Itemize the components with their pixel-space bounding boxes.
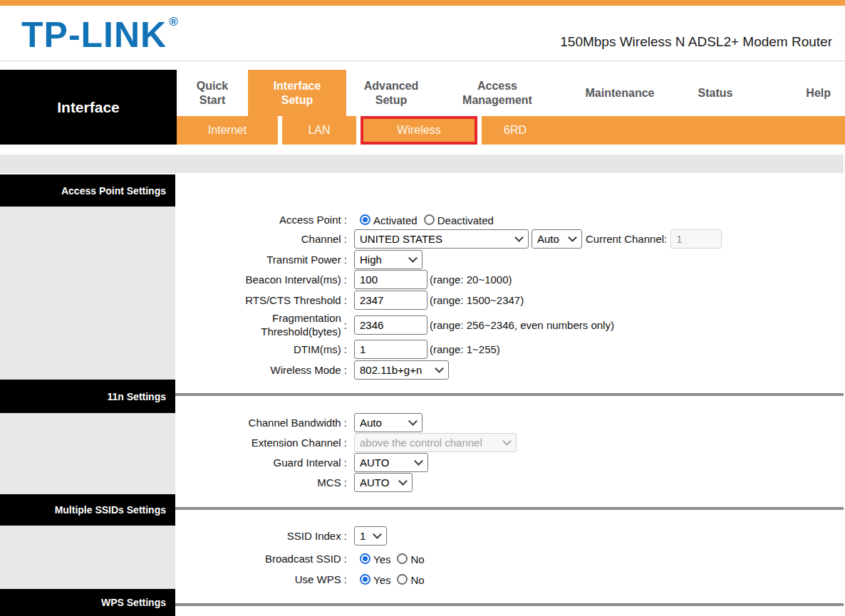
row-fragmentation-threshold: Fragmentation Threshold(bytes) : (range:… [178,309,614,340]
sidebar-panel [0,413,175,494]
radio-label: Yes [373,574,390,586]
subtab-6rd[interactable]: 6RD [482,116,549,145]
field-label: SSID Index : [178,530,347,542]
field-label: Broadcast SSID : [178,553,347,565]
dtim-input[interactable] [354,340,427,359]
section-header-11n-settings: 11n Settings [0,380,175,413]
wireless-mode-select[interactable]: 802.11b+g+n [354,360,449,380]
field-label: Fragmentation Threshold(bytes) : [178,311,347,338]
field-label: Wireless Mode : [178,364,347,376]
field-label: Extension Channel : [178,437,347,449]
chevron-down-icon [408,254,418,263]
row-channel: Channel : UNITED STATES Auto Current Cha… [178,229,722,249]
row-rts-cts-threshold: RTS/CTS Threshold : (range: 1500~2347) [178,290,524,310]
chevron-down-icon [373,530,382,539]
range-hint: (range: 1500~2347) [430,294,524,306]
tplink-logo: TP-LINK® [21,14,179,56]
chevron-down-icon [414,456,423,466]
chevron-down-icon [568,233,577,242]
chevron-down-icon [514,233,524,242]
field-label: Beacon Interval(ms) : [178,273,347,286]
radio-use-wps-no[interactable] [397,574,408,585]
current-channel-label: Current Channel: [586,233,667,245]
radio-label: Deactivated [437,214,494,226]
range-hint: (range: 20~1000) [430,273,512,286]
field-label: RTS/CTS Threshold : [178,294,347,306]
row-use-wps: Use WPS : Yes No [178,569,431,589]
radio-label: No [410,553,424,565]
radio-activated[interactable] [360,214,370,225]
channel-number-select[interactable]: Auto [532,229,582,249]
transmit-power-select[interactable]: High [354,250,422,269]
row-wireless-mode: Wireless Mode : 802.11b+g+n [178,360,449,380]
tab-help[interactable]: Help [750,70,845,116]
sidebar-panel [0,526,175,589]
row-extension-channel: Extension Channel : above the control ch… [178,432,517,452]
section-divider [175,507,844,510]
registered-trademark-icon: ® [169,15,179,28]
extension-channel-select: above the control channel [354,433,517,452]
field-label: Guard Interval : [178,456,347,469]
row-access-point: Access Point : Activated Deactivated [178,209,500,229]
row-guard-interval: Guard Interval : AUTO [178,452,428,472]
row-broadcast-ssid: Broadcast SSID : Yes No [178,548,431,568]
field-label: MCS : [178,476,347,489]
radio-use-wps-yes[interactable] [360,574,370,585]
current-section-banner: Interface [0,70,177,145]
tab-status[interactable]: Status [681,70,750,116]
section-header-access-point-settings: Access Point Settings [0,174,175,207]
field-label: Use WPS : [178,573,347,585]
sidebar-panel [0,207,175,380]
subtab-lan[interactable]: LAN [282,116,356,145]
mcs-select[interactable]: AUTO [354,473,413,492]
current-section-label: Interface [57,99,120,116]
tab-quick-start[interactable]: Quick Start [177,70,248,116]
radio-broadcast-ssid-yes[interactable] [360,553,370,564]
section-divider [175,393,844,396]
field-label: Channel : [178,233,347,245]
tab-access-management[interactable]: Access Management [436,70,559,116]
subtab-internet[interactable]: Internet [177,116,278,145]
radio-label: No [410,574,424,586]
row-channel-bandwidth: Channel Bandwidth : Auto [178,412,422,432]
tab-maintenance[interactable]: Maintenance [559,70,681,116]
section-header-multiple-ssids-settings: Multiple SSIDs Settings [0,494,175,526]
field-label: Transmit Power : [178,254,347,266]
row-ssid-index: SSID Index : 1 [178,526,387,545]
content-top-strip [0,155,844,173]
radio-label: Yes [373,553,390,565]
radio-deactivated[interactable] [424,214,435,225]
tab-advanced-setup[interactable]: Advanced Setup [346,70,436,116]
guard-interval-select[interactable]: AUTO [354,453,428,472]
chevron-down-icon [398,476,408,486]
section-divider [175,603,844,606]
field-label: Access Point : [178,214,347,226]
router-admin-page: TP-LINK® 150Mbps Wireless N ADSL2+ Modem… [0,0,845,616]
row-mcs: MCS : AUTO [178,472,413,492]
field-label: DTIM(ms) : [178,343,347,355]
row-dtim: DTIM(ms) : (range: 1~255) [178,339,500,359]
chevron-down-icon [408,417,418,426]
fragmentation-threshold-input[interactable] [354,315,427,335]
radio-broadcast-ssid-no[interactable] [397,553,408,564]
field-label: Channel Bandwidth : [178,417,347,429]
channel-bandwidth-select[interactable]: Auto [354,413,422,432]
row-transmit-power: Transmit Power : High [178,249,422,269]
beacon-interval-input[interactable] [354,270,427,289]
chevron-down-icon [502,437,512,446]
row-beacon-interval: Beacon Interval(ms) : (range: 20~1000) [178,269,512,289]
channel-country-select[interactable]: UNITED STATES [354,229,529,249]
subtab-wireless[interactable]: Wireless [361,116,477,145]
product-title: 150Mbps Wireless N ADSL2+ Modem Router [560,34,832,50]
top-accent-bar [0,0,845,6]
chevron-down-icon [435,364,444,373]
header-divider [0,61,845,61]
logo-text: TP-LINK [21,15,167,55]
ssid-index-select[interactable]: 1 [354,526,387,545]
range-hint: (range: 1~255) [430,343,500,355]
section-header-wps-settings: WPS Settings [0,589,175,616]
current-channel-value [670,229,722,249]
tab-interface-setup[interactable]: Interface Setup [248,70,346,116]
rts-cts-threshold-input[interactable] [354,291,427,310]
radio-label: Activated [373,214,418,226]
